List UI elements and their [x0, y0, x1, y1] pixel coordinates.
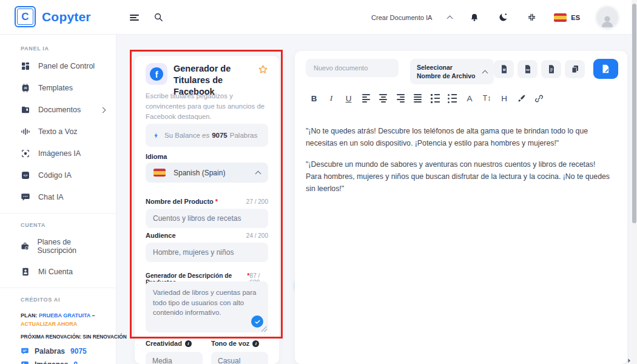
language-code: ES: [571, 14, 580, 21]
upgrade-now-link[interactable]: ACTUALIZAR AHORA: [21, 321, 77, 327]
sidebar-item-documentos[interactable]: Documentos: [0, 99, 116, 121]
balance-value: 9075: [212, 132, 228, 139]
chevron-up-icon: [447, 16, 453, 22]
logo-icon: C: [15, 6, 36, 27]
bolt-icon: [153, 132, 160, 140]
document-paragraph: "¡Descubre un mundo de sabores y aventur…: [306, 159, 612, 195]
dashboard-grid-icon: [21, 61, 30, 71]
sidebar-item-templates[interactable]: AI Templates: [0, 77, 116, 99]
dark-mode-moon-icon[interactable]: [497, 12, 509, 23]
sidebar-nav: PANEL IA Panel de Control AI Templates D…: [0, 35, 116, 364]
notifications-bell-icon[interactable]: [468, 12, 480, 23]
svg-text:W: W: [502, 68, 505, 72]
spain-flag-icon: [153, 169, 166, 177]
images-label: Imágenes: [35, 360, 68, 364]
link-button[interactable]: [534, 93, 544, 104]
user-avatar[interactable]: [596, 7, 618, 29]
language-value: Spanish (Spain): [174, 169, 225, 177]
sidebar-item-mi-cuenta[interactable]: Mi Cuenta: [0, 261, 116, 283]
sidebar-item-label: Imágenes IA: [38, 149, 81, 158]
sidebar-item-texto-a-voz[interactable]: Texto a Voz: [0, 121, 116, 143]
char-counter: 27 / 200: [246, 198, 268, 205]
chevron-up-icon: [255, 171, 261, 177]
char-counter: 24 / 200: [246, 232, 268, 239]
person-icon: [599, 13, 615, 29]
sidebar-section-cuenta: CUENTA: [0, 222, 116, 228]
top-header: C Copyter Crear Documento IA ES: [0, 0, 632, 35]
images-photo-icon: [21, 360, 29, 364]
product-name-input[interactable]: [146, 209, 268, 228]
italic-button[interactable]: I: [327, 93, 336, 104]
description-textarea-wrap: Variedad de libros y cuentas para todo t…: [146, 281, 268, 332]
tone-select[interactable]: Casual: [211, 352, 268, 364]
text-file-icon: [547, 64, 556, 74]
creativity-select[interactable]: Media: [146, 352, 203, 364]
valid-check-icon: [251, 315, 263, 328]
search-icon[interactable]: [152, 12, 164, 22]
document-editor-card: Seleecionar Nombre de Archivo W PDF B I …: [295, 51, 627, 364]
copy-icon: [570, 64, 580, 74]
save-document-button[interactable]: [593, 59, 618, 79]
field-label: Nombre del Producto: [146, 198, 214, 205]
field-label-row: Audience 24 / 200: [146, 232, 268, 239]
brand-logo[interactable]: C Copyter: [15, 6, 91, 27]
sidebar-item-panel-de-control[interactable]: Panel de Control: [0, 55, 116, 77]
favorite-star-icon[interactable]: [258, 64, 268, 77]
sidebar-item-chat-ia[interactable]: Chat IA: [0, 186, 116, 208]
bold-button[interactable]: B: [309, 93, 318, 104]
export-pdf-button[interactable]: PDF: [517, 60, 538, 78]
image-scan-icon: [21, 149, 30, 158]
sidebar-section-creditos-ai: CRÉDITOS AI: [0, 297, 116, 303]
file-select-label: Seleecionar Nombre de Archivo: [417, 63, 478, 80]
document-paragraph: "¡No te quedes atrás! Descubre los teléf…: [306, 126, 612, 150]
tone-label: Tono de voz: [211, 340, 249, 347]
unordered-list-button[interactable]: [448, 93, 457, 104]
chat-bubble-icon: [21, 192, 30, 202]
fullscreen-toggle-icon[interactable]: [525, 12, 538, 23]
language-switcher[interactable]: ES: [554, 13, 580, 22]
info-icon[interactable]: i: [185, 340, 192, 347]
heading-button[interactable]: H: [500, 93, 509, 104]
align-right-button[interactable]: [396, 93, 405, 104]
underline-button[interactable]: U: [344, 93, 353, 104]
sidebar-divider: [0, 213, 116, 214]
words-label: Palabras: [35, 347, 65, 356]
ordered-list-button[interactable]: [431, 93, 440, 104]
align-left-button[interactable]: [362, 93, 371, 104]
export-word-button[interactable]: W: [494, 60, 514, 78]
audience-input[interactable]: [146, 243, 268, 262]
copy-button[interactable]: [565, 60, 585, 78]
page-scrollbar[interactable]: [632, 0, 637, 364]
sidebar-item-label: Texto a Voz: [38, 127, 78, 136]
create-document-dropdown[interactable]: Crear Documento IA: [371, 14, 452, 21]
product-description-textarea[interactable]: Variedad de libros y cuentas para todo t…: [146, 281, 268, 332]
align-center-button[interactable]: [379, 93, 388, 104]
font-color-button[interactable]: A: [465, 93, 474, 104]
credits-block: PLAN: PRUEBA GRATUITA – ACTUALIZAR AHORA…: [0, 311, 116, 364]
export-text-button[interactable]: [541, 60, 561, 78]
chevron-right-icon: [100, 107, 106, 113]
brush-button[interactable]: [517, 93, 526, 104]
text-size-button[interactable]: T↕: [482, 93, 491, 104]
sidebar-item-planes-de-suscripcion[interactable]: Planes de Suscripción: [0, 232, 116, 261]
scrollbar-thumb[interactable]: [632, 4, 636, 223]
document-content[interactable]: "¡No te quedes atrás! Descubre los teléf…: [295, 109, 627, 195]
balance-prefix: Su Balance es: [164, 132, 209, 139]
language-select[interactable]: Spanish (Spain): [146, 163, 268, 183]
sidebar-item-codigo-ia[interactable]: <> Código IA: [0, 164, 116, 186]
scroll-corner-arrow: [626, 359, 630, 363]
justify-button[interactable]: [413, 93, 422, 104]
info-icon[interactable]: i: [252, 340, 259, 347]
document-name-input[interactable]: [306, 59, 399, 77]
sidebar-item-label: Código IA: [38, 171, 72, 180]
field-label-row: Nombre del Producto * 27 / 200: [146, 198, 268, 205]
tone-value: Casual: [218, 357, 240, 364]
resize-handle[interactable]: [261, 326, 267, 332]
spain-flag-icon: [554, 13, 567, 22]
menu-toggle-icon[interactable]: [128, 12, 140, 23]
plan-separator: –: [92, 312, 95, 318]
form-bottom-row: Creatividad i Media Tono de voz i Casual: [146, 340, 268, 364]
creativity-label: Creatividad: [146, 340, 182, 347]
file-name-select[interactable]: Seleecionar Nombre de Archivo: [410, 59, 494, 84]
sidebar-item-imagenes-ia[interactable]: Imágenes IA: [0, 143, 116, 164]
